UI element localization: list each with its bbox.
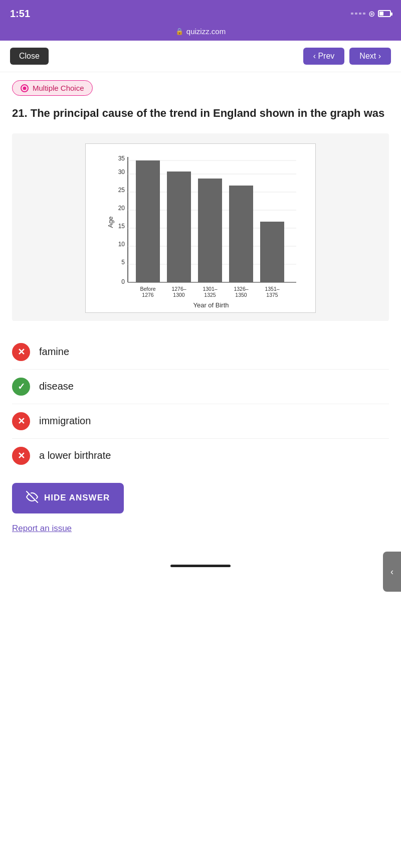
home-bar-line [170,565,231,567]
svg-text:1351–: 1351– [265,286,279,292]
nav-buttons: ‹ Prev Next › [303,48,391,65]
question-text: 21. The principal cause of the trend in … [12,106,389,121]
svg-text:10: 10 [118,241,125,248]
content: Multiple Choice 21. The principal cause … [0,72,401,557]
svg-text:Year of Birth: Year of Birth [193,301,229,309]
answer-text-immigration: immigration [39,415,91,427]
bar-before-1276 [136,160,160,282]
answer-option-famine[interactable]: ✕ famine [12,335,389,370]
svg-text:1276: 1276 [142,292,154,298]
wrong-icon-birthrate: ✕ [12,447,30,465]
status-icons: ⊛ [351,9,391,19]
badge-text: Multiple Choice [33,84,84,92]
answer-text-birthrate: a lower birthrate [39,450,111,461]
battery-icon [378,10,391,17]
bar-1276-1300 [167,171,191,282]
answer-option-immigration[interactable]: ✕ immigration [12,404,389,439]
toolbar: Close ‹ Prev Next › [0,41,401,72]
svg-text:1300: 1300 [173,292,185,298]
svg-text:Before: Before [140,286,156,292]
svg-text:0: 0 [121,278,125,285]
svg-text:30: 30 [118,168,125,176]
svg-text:25: 25 [118,187,125,194]
svg-text:1375: 1375 [266,292,278,298]
bar-1351-1375 [260,222,284,282]
answers-section: ✕ famine ✓ disease ✕ immigration ✕ a low… [12,335,389,473]
svg-text:1350: 1350 [235,292,247,298]
url-text: quizizz.com [186,27,226,36]
eye-off-icon [26,491,38,505]
svg-text:Age: Age [107,216,114,228]
wrong-icon-immigration: ✕ [12,412,30,430]
svg-text:1301–: 1301– [203,286,217,292]
answer-option-birthrate[interactable]: ✕ a lower birthrate [12,439,389,473]
report-link[interactable]: Report an issue [12,524,72,534]
answer-text-disease: disease [39,381,74,392]
svg-text:15: 15 [118,223,125,230]
next-button[interactable]: Next › [349,48,391,65]
bar-chart: 0 5 10 15 20 25 30 35 Age [106,152,306,312]
bar-1301-1325 [198,179,222,282]
side-handle[interactable]: ‹ [383,552,401,592]
svg-text:35: 35 [118,155,125,162]
chart-container: 0 5 10 15 20 25 30 35 Age [12,133,389,321]
hide-answer-label: HIDE ANSWER [44,493,110,503]
svg-text:1276–: 1276– [171,286,186,292]
svg-text:5: 5 [121,259,125,266]
lock-icon: 🔒 [175,28,183,35]
bar-1326-1350 [229,186,253,282]
wrong-icon-famine: ✕ [12,343,30,361]
home-bar [0,557,401,572]
svg-text:20: 20 [118,205,125,212]
question-type-badge: Multiple Choice [12,80,93,96]
close-button[interactable]: Close [10,48,49,65]
answer-text-famine: famine [39,346,69,358]
status-bar: 1:51 ⊛ [0,0,401,25]
wifi-icon: ⊛ [368,9,375,19]
prev-button[interactable]: ‹ Prev [303,48,345,65]
url-bar: 🔒 quizizz.com [0,25,401,41]
correct-icon-disease: ✓ [12,378,30,396]
svg-text:1325: 1325 [204,292,216,298]
status-time: 1:51 [10,8,30,20]
chart-inner: 0 5 10 15 20 25 30 35 Age [85,143,316,313]
signal-icon [351,13,365,15]
hide-answer-button[interactable]: HIDE ANSWER [12,483,124,513]
radio-icon [21,84,29,92]
svg-text:1326–: 1326– [234,286,248,292]
answer-option-disease[interactable]: ✓ disease [12,370,389,404]
